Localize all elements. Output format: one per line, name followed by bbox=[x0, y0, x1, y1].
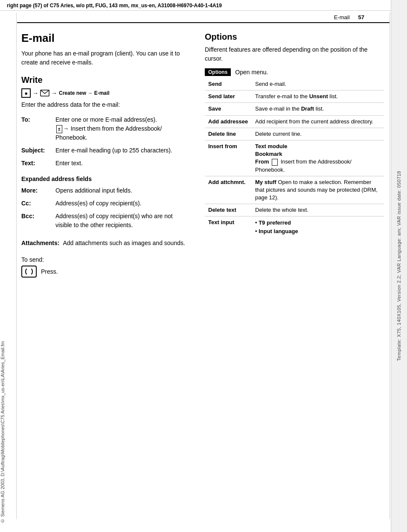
options-table: Send Send e-mail. Send later Transfer e-… bbox=[205, 80, 384, 237]
field-subject-desc: Enter e-mail heading (up to 255 characte… bbox=[55, 145, 192, 158]
enter-address-text: Enter the address data for the e-mail: bbox=[21, 101, 192, 108]
right-sidebar: Template: X75, 140X105, Version 2.2; VAR… bbox=[391, 0, 407, 532]
top-meta-bar: right page (57) of C75 Aries, w/o ptt, F… bbox=[0, 0, 407, 11]
page-header-title: E-mail bbox=[334, 14, 350, 20]
main-content: E-mail Your phone has an e-mail program … bbox=[0, 23, 407, 286]
opt-insert-from-desc: Text module Bookmark From Insert from th… bbox=[252, 140, 384, 176]
field-more-desc: Opens additional input fields. bbox=[55, 185, 192, 198]
field-bcc-desc: Address(es) of copy recipient(s) who are… bbox=[55, 210, 192, 232]
addressbook-icon: ± bbox=[56, 125, 62, 133]
opt-send-later-label: Send later bbox=[205, 91, 252, 103]
email-main-title: E-mail bbox=[21, 32, 192, 45]
expanded-fields-table: More: Opens additional input fields. Cc:… bbox=[21, 185, 192, 232]
fields-table: To: Enter one or more E-mail address(es)… bbox=[21, 114, 192, 170]
field-more: More: Opens additional input fields. bbox=[21, 185, 192, 198]
copyright-label: © Siemens AG 2003, D:\Auftrag\Mobilephon… bbox=[0, 341, 5, 523]
attachments-label: Attachments: bbox=[21, 237, 63, 250]
write-title: Write bbox=[21, 75, 192, 85]
email-intro: Your phone has an e-mail program (client… bbox=[21, 49, 192, 67]
page-header: E-mail 57 bbox=[17, 11, 390, 23]
opt-add-addressee-label: Add addressee bbox=[205, 115, 252, 128]
field-bcc: Bcc: Address(es) of copy recipient(s) wh… bbox=[21, 210, 192, 232]
left-margin-line bbox=[16, 13, 17, 519]
opt-save-label: Save bbox=[205, 103, 252, 115]
press-label: Press. bbox=[41, 268, 58, 275]
opt-delete-line-desc: Delete current line. bbox=[252, 128, 384, 140]
field-cc-desc: Address(es) of copy recipient(s). bbox=[55, 198, 192, 210]
opt-add-addressee-desc: Add recipient from the current address d… bbox=[252, 115, 384, 128]
opt-send: Send Send e-mail. bbox=[205, 80, 384, 91]
opt-add-attchmnt-desc: My stuff Open to make a selection. Remem… bbox=[252, 176, 384, 204]
opt-send-later: Send later Transfer e-mail to the Unsent… bbox=[205, 91, 384, 103]
field-to: To: Enter one or more E-mail address(es)… bbox=[21, 114, 192, 145]
field-to-desc: Enter one or more E-mail address(es). ±→… bbox=[55, 114, 192, 145]
opt-delete-text-desc: Delete the whole text. bbox=[252, 204, 384, 216]
field-subject-label: Subject: bbox=[21, 145, 55, 158]
attachments-row: Attachments: Add attachments such as ima… bbox=[21, 237, 192, 250]
arrow-icon-1: → bbox=[32, 90, 38, 96]
press-section: Press. bbox=[21, 266, 58, 278]
opt-text-input: Text input T9 preferred Input language bbox=[205, 216, 384, 238]
field-more-label: More: bbox=[21, 185, 55, 198]
options-open-desc: Open menu. bbox=[235, 69, 268, 76]
opt-add-attchmnt-label: Add attchmnt. bbox=[205, 176, 252, 204]
field-bcc-label: Bcc: bbox=[21, 210, 55, 232]
expanded-heading: Expanded address fields bbox=[21, 175, 192, 182]
field-cc: Cc: Address(es) of copy recipient(s). bbox=[21, 198, 192, 210]
opt-send-later-desc: Transfer e-mail to the Unsent list. bbox=[252, 91, 384, 103]
opt-delete-line-label: Delete line bbox=[205, 128, 252, 140]
opt-delete-text: Delete text Delete the whole text. bbox=[205, 204, 384, 216]
copyright-text: © Siemens AG 2003, D:\Auftrag\Mobilephon… bbox=[0, 341, 8, 523]
options-intro: Different features are offered depending… bbox=[205, 45, 384, 63]
opt-text-input-desc: T9 preferred Input language bbox=[252, 216, 384, 238]
envelope-icon bbox=[40, 90, 49, 96]
field-text-label: Text: bbox=[21, 158, 55, 170]
attachments-table: Attachments: Add attachments such as ima… bbox=[21, 237, 192, 250]
options-header-row: Options Open menu. bbox=[205, 68, 384, 76]
options-title: Options bbox=[205, 32, 384, 42]
options-badge: Options bbox=[205, 68, 231, 76]
square-icon: ■ bbox=[21, 88, 31, 98]
notepad-icon bbox=[272, 159, 278, 166]
field-cc-label: Cc: bbox=[21, 198, 55, 210]
arrow-icon-2: → bbox=[51, 90, 57, 96]
left-column: E-mail Your phone has an e-mail program … bbox=[21, 32, 192, 278]
field-text: Text: Enter text. bbox=[21, 158, 192, 170]
opt-add-addressee: Add addressee Add recipient from the cur… bbox=[205, 115, 384, 128]
right-column: Options Different features are offered d… bbox=[205, 32, 384, 278]
opt-text-input-label: Text input bbox=[205, 216, 252, 238]
opt-delete-line: Delete line Delete current line. bbox=[205, 128, 384, 140]
nav-label: Create new → E-mail bbox=[59, 90, 110, 96]
opt-delete-text-label: Delete text bbox=[205, 204, 252, 216]
page-number: 57 bbox=[358, 14, 364, 20]
field-to-label: To: bbox=[21, 114, 55, 145]
opt-add-attchmnt: Add attchmnt. My stuff Open to make a se… bbox=[205, 176, 384, 204]
opt-save-desc: Save e-mail in the Draft list. bbox=[252, 103, 384, 115]
to-send-label: To send: bbox=[21, 256, 192, 263]
phone-button-icon bbox=[21, 266, 37, 278]
field-text-desc: Enter text. bbox=[55, 158, 192, 170]
opt-insert-from-label: Insert from bbox=[205, 140, 252, 176]
write-navigation: ■ → → Create new → E-mail bbox=[21, 88, 192, 98]
sidebar-text: Template: X75, 140X105, Version 2.2; VAR… bbox=[396, 171, 402, 361]
opt-insert-from: Insert from Text module Bookmark From In… bbox=[205, 140, 384, 176]
field-subject: Subject: Enter e-mail heading (up to 255… bbox=[21, 145, 192, 158]
right-margin-line bbox=[390, 13, 390, 519]
opt-save: Save Save e-mail in the Draft list. bbox=[205, 103, 384, 115]
top-meta-text: right page (57) of C75 Aries, w/o ptt, F… bbox=[7, 3, 222, 9]
opt-send-label: Send bbox=[205, 80, 252, 91]
attachments-desc: Add attachments such as images and sound… bbox=[63, 237, 192, 250]
from-text: From bbox=[255, 158, 269, 165]
opt-send-desc: Send e-mail. bbox=[252, 80, 384, 91]
